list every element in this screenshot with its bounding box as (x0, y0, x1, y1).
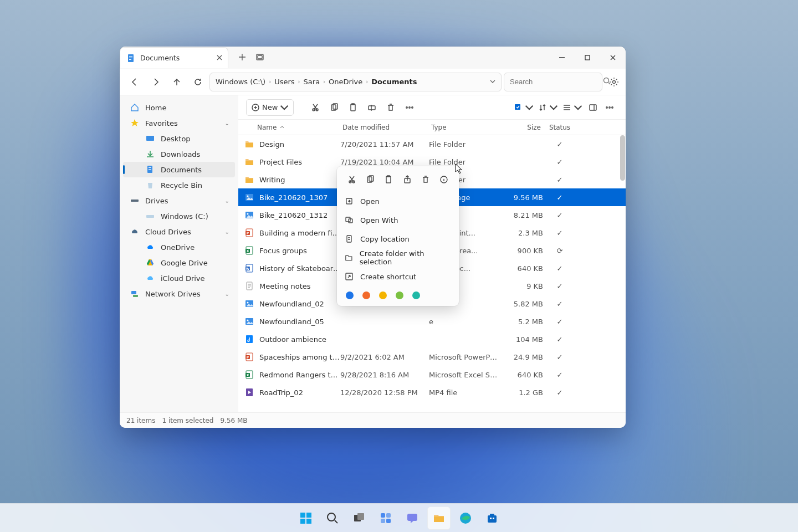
tab-documents[interactable]: Documents (120, 47, 228, 68)
sidebar-item-google-drive[interactable]: Google Drive (123, 255, 235, 270)
breadcrumb-segment[interactable]: Sara (304, 78, 320, 86)
tab-close-button[interactable] (217, 54, 222, 62)
delete-button[interactable] (382, 99, 399, 116)
sidebar-item-windows-c[interactable]: Windows (C:) (123, 208, 235, 224)
tab-overview-button[interactable] (256, 53, 264, 63)
cursor-icon (455, 163, 463, 175)
svg-rect-87 (490, 518, 492, 519)
chevron-down-icon[interactable]: ⌄ (225, 120, 229, 126)
sort-button[interactable] (536, 99, 560, 116)
cm-create-folder[interactable]: Create folder with selection (340, 248, 456, 267)
refresh-button[interactable] (188, 73, 207, 91)
chevron-down-icon[interactable] (490, 78, 495, 86)
sidebar-home[interactable]: Home (123, 100, 235, 115)
scrollbar[interactable] (619, 135, 626, 412)
taskbar-taskview[interactable] (347, 507, 371, 530)
file-icon (244, 156, 255, 167)
cm-open-with[interactable]: Open With (340, 211, 456, 229)
sidebar-item-downloads[interactable]: Downloads (123, 146, 235, 162)
sidebar-favorites[interactable]: Favorites ⌄ (123, 115, 235, 131)
scrollbar-thumb[interactable] (620, 135, 625, 181)
column-type[interactable]: Type (429, 124, 498, 131)
cm-copy-button[interactable] (362, 172, 378, 187)
column-name[interactable]: Name (255, 124, 340, 131)
file-date: 9/28/2021 8:16 AM (340, 371, 429, 379)
file-row[interactable]: Newfoundland_05e5.2 MB✓ (238, 313, 626, 330)
file-status: ✓ (543, 176, 576, 184)
more-button[interactable] (401, 99, 418, 116)
svg-point-25 (406, 106, 407, 108)
breadcrumb-segment[interactable]: Users (274, 78, 294, 86)
rename-button[interactable] (364, 99, 380, 116)
paste-button[interactable] (345, 99, 361, 116)
chevron-down-icon[interactable]: ⌄ (225, 198, 229, 204)
file-type: e (429, 318, 498, 326)
cm-open[interactable]: Open (340, 192, 456, 211)
overflow-button[interactable] (601, 99, 618, 116)
column-size[interactable]: Size (498, 124, 543, 131)
file-row[interactable]: PSpaceships among the...9/2/2021 6:02 AM… (238, 348, 626, 366)
close-button[interactable] (600, 47, 626, 69)
taskbar-search[interactable] (321, 507, 344, 530)
search-input[interactable] (510, 78, 603, 86)
taskbar-chat[interactable] (401, 507, 424, 530)
file-row[interactable]: Outdoor ambience104 MB✓ (238, 330, 626, 348)
start-button[interactable] (294, 507, 318, 530)
taskbar-widgets[interactable] (374, 507, 397, 530)
taskbar-edge[interactable] (454, 507, 477, 530)
sidebar-item-icloud-drive[interactable]: iCloud Drive (123, 270, 235, 286)
cm-delete-button[interactable] (418, 172, 433, 187)
sidebar-item-desktop[interactable]: Desktop (123, 131, 235, 146)
column-date[interactable]: Date modified (340, 124, 429, 131)
sidebar-item-onedrive[interactable]: OneDrive (123, 239, 235, 255)
search-box[interactable] (504, 73, 602, 91)
up-button[interactable] (167, 73, 186, 91)
taskbar-file-explorer[interactable] (427, 507, 451, 530)
color-tag[interactable] (379, 291, 387, 299)
svg-point-32 (612, 106, 613, 108)
sidebar-item-recycle-bin[interactable]: Recycle Bin (123, 177, 235, 193)
color-tag[interactable] (362, 291, 370, 299)
sidebar-cloud-drives[interactable]: Cloud Drives ⌄ (123, 224, 235, 239)
settings-button[interactable] (608, 77, 620, 87)
breadcrumb-current[interactable]: Documents (371, 78, 417, 86)
color-tag[interactable] (396, 291, 403, 299)
file-row[interactable]: RoadTrip_0212/28/2020 12:58 PMMP4 file1.… (238, 383, 626, 401)
sidebar-drives[interactable]: Drives ⌄ (123, 193, 235, 208)
preview-pane-button[interactable] (585, 99, 601, 116)
breadcrumb-segment[interactable]: Windows (C:\) (216, 78, 265, 86)
address-bar[interactable]: Windows (C:\)› Users› Sara› OneDrive› Do… (209, 73, 502, 91)
sidebar-item-documents[interactable]: Documents (123, 162, 235, 177)
file-size: 1.2 GB (498, 388, 543, 397)
cm-share-button[interactable] (400, 172, 415, 187)
maximize-button[interactable] (575, 47, 600, 69)
sidebar-network-drives[interactable]: Network Drives ⌄ (123, 286, 235, 301)
file-row[interactable]: Design7/20/2021 11:57 AMFile Folder✓ (238, 135, 626, 153)
cm-copy-location[interactable]: Copy location (340, 229, 456, 248)
sidebar-label: Desktop (161, 135, 191, 143)
new-tab-button[interactable] (238, 53, 246, 63)
status-selected: 1 item selected (162, 417, 213, 424)
chevron-down-icon[interactable]: ⌄ (225, 229, 229, 235)
color-tag[interactable] (346, 291, 354, 299)
select-button[interactable] (511, 99, 536, 116)
taskbar-store[interactable] (480, 507, 504, 530)
back-button[interactable] (125, 73, 144, 91)
cut-button[interactable] (307, 99, 324, 116)
file-row[interactable]: XRedmond Rangers triat...9/28/2021 8:16 … (238, 366, 626, 383)
color-tag[interactable] (412, 291, 420, 299)
cm-cut-button[interactable] (344, 172, 360, 187)
chevron-down-icon[interactable]: ⌄ (225, 291, 229, 297)
forward-button[interactable] (146, 73, 165, 91)
svg-text:P: P (247, 355, 249, 359)
cm-create-shortcut[interactable]: Create shortcut (340, 267, 456, 286)
new-button[interactable]: New (246, 99, 294, 116)
copy-button[interactable] (326, 99, 342, 116)
icloud-icon (145, 273, 155, 283)
minimize-button[interactable] (549, 47, 575, 69)
view-button[interactable] (560, 99, 585, 116)
column-status[interactable]: Status (543, 124, 576, 131)
breadcrumb-segment[interactable]: OneDrive (329, 78, 362, 86)
cm-paste-button[interactable] (381, 172, 396, 187)
cm-properties-button[interactable] (436, 172, 452, 187)
